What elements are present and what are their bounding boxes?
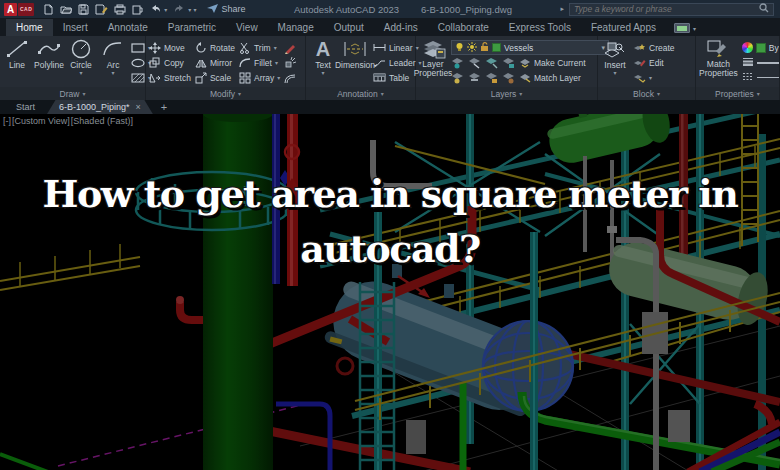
create-block-button[interactable]: Create — [633, 40, 675, 55]
arc-button[interactable]: Arc ▾ — [99, 38, 127, 87]
insert-caret-icon[interactable]: ▾ — [613, 71, 616, 75]
mirror-icon — [195, 57, 207, 69]
polyline-button[interactable]: Polyline — [35, 38, 63, 87]
layer-dropdown[interactable]: Vessels ▾ — [451, 40, 609, 55]
tab-start[interactable]: Start — [4, 100, 47, 114]
new-file-icon[interactable] — [43, 4, 54, 15]
panel-block-label[interactable]: Block ▾ — [598, 87, 695, 100]
match-layer-button[interactable]: Match Layer — [519, 70, 581, 85]
mirror-button[interactable]: Mirror — [195, 55, 235, 70]
panel-draw: Line Polyline Circle ▾ Arc ▾ ▾ — [0, 36, 146, 100]
visual-style-control[interactable]: [Shaded (Fast)] — [71, 116, 133, 126]
headline-line2: autocad? — [0, 221, 780, 276]
redo-icon[interactable] — [173, 4, 186, 14]
share-button[interactable]: Share — [207, 4, 245, 15]
insert-button[interactable]: Insert ▾ — [601, 38, 629, 87]
drawing-viewport[interactable]: [-] [Custom View] [Shaded (Fast)] How to… — [0, 114, 780, 470]
circle-button[interactable]: Circle ▾ — [67, 38, 95, 87]
layer-properties-button[interactable]: Layer Properties — [419, 38, 447, 87]
tab-output[interactable]: Output — [324, 19, 374, 36]
text-caret-icon[interactable]: ▾ — [321, 71, 324, 75]
fillet-button[interactable]: Fillet▾ — [239, 55, 280, 70]
block-attributes-icon — [633, 72, 646, 83]
tab-home[interactable]: Home — [6, 19, 53, 36]
arc-icon — [102, 39, 124, 59]
tab-manage[interactable]: Manage — [268, 19, 324, 36]
redo-caret-icon[interactable]: ▾ — [188, 6, 191, 13]
linetype-dropdown[interactable]: ByLayer — [742, 71, 780, 85]
tab-view[interactable]: View — [226, 19, 268, 36]
app-menu-button[interactable]: A CAD — [4, 3, 34, 16]
fillet-caret-icon: ▾ — [275, 59, 278, 66]
save-as-icon[interactable] — [95, 4, 108, 15]
circle-icon — [70, 39, 92, 59]
tab-parametric[interactable]: Parametric — [158, 19, 226, 36]
view-control[interactable]: [Custom View] — [12, 116, 70, 126]
layer-on-bulb-icon — [455, 42, 464, 54]
circle-caret-icon[interactable]: ▾ — [79, 71, 82, 75]
table-icon — [373, 73, 386, 82]
panel-layers-label[interactable]: Layers ▾ — [416, 87, 597, 100]
text-icon: A — [316, 39, 330, 59]
linear-button[interactable]: Linear▾ — [373, 40, 421, 55]
object-color-dropdown[interactable]: ByLayer ▾ — [742, 41, 780, 55]
ribbon-tab-bar: Home Insert Annotate Parametric View Man… — [0, 18, 780, 36]
arc-caret-icon[interactable]: ▾ — [111, 71, 114, 75]
layer-properties-icon — [420, 39, 446, 59]
erase-button[interactable] — [284, 40, 296, 55]
copy-button[interactable]: Copy — [149, 55, 191, 70]
trim-button[interactable]: Trim▾ — [239, 40, 280, 55]
search-expand-icon[interactable]: ▸ — [560, 5, 564, 13]
tab-add-ins[interactable]: Add-ins — [374, 19, 428, 36]
line-button[interactable]: Line — [3, 38, 31, 87]
layer-tool-icons-row2[interactable] — [451, 72, 515, 84]
panel-annotation-label[interactable]: Annotation ▾ — [306, 87, 415, 100]
color-wheel-icon — [742, 42, 753, 53]
array-button[interactable]: Array▾ — [239, 70, 280, 85]
dimension-button[interactable]: Dimension — [341, 38, 369, 87]
panel-draw-label[interactable]: Draw ▾ — [0, 87, 145, 100]
match-properties-button[interactable]: Match Properties — [699, 38, 738, 87]
leader-icon — [373, 58, 386, 67]
search-icon[interactable] — [759, 3, 769, 15]
undo-icon[interactable] — [149, 4, 162, 14]
qat-customize-icon[interactable]: ▾ — [193, 6, 196, 13]
open-file-icon[interactable] — [60, 4, 72, 15]
layers-panel-caret-icon: ▾ — [519, 90, 522, 97]
make-current-button[interactable]: Make Current — [519, 55, 586, 70]
print-icon[interactable] — [132, 4, 143, 15]
tab-express-tools[interactable]: Express Tools — [499, 19, 581, 36]
tab-featured-apps[interactable]: Featured Apps — [581, 19, 666, 36]
panel-properties-label[interactable]: Properties ▾ — [696, 87, 779, 100]
close-tab-icon[interactable]: × — [136, 102, 141, 112]
save-icon[interactable] — [78, 4, 89, 15]
array-caret-icon: ▾ — [277, 74, 280, 81]
undo-caret-icon[interactable]: ▾ — [164, 6, 167, 13]
tab-insert[interactable]: Insert — [53, 19, 98, 36]
make-current-row: Make Current — [451, 55, 609, 70]
move-button[interactable]: Move — [149, 40, 191, 55]
lineweight-dropdown[interactable]: ByLayer — [742, 56, 780, 70]
help-search-box[interactable] — [569, 3, 774, 16]
app-title: Autodesk AutoCAD 2023 — [294, 4, 399, 15]
layer-tool-icons-row1[interactable] — [451, 57, 515, 69]
panel-modify-label[interactable]: Modify ▾ — [146, 87, 305, 100]
explode-button[interactable] — [284, 55, 296, 70]
tab-drawing[interactable]: 6-B-1000_Piping* × — [47, 100, 153, 114]
text-button[interactable]: A Text ▾ — [309, 38, 337, 87]
edit-block-button[interactable]: Edit — [633, 55, 675, 70]
search-input[interactable] — [574, 4, 755, 14]
overlay-headline: How to get area in square meter in autoc… — [0, 166, 780, 276]
tab-annotate[interactable]: Annotate — [98, 19, 158, 36]
stretch-button[interactable]: Stretch — [149, 70, 191, 85]
scale-button[interactable]: Scale — [195, 70, 235, 85]
new-drawing-tab-button[interactable]: + — [153, 101, 175, 114]
viewport-menu-control[interactable]: [-] — [3, 116, 11, 126]
tab-collaborate[interactable]: Collaborate — [428, 19, 499, 36]
offset-button[interactable] — [284, 70, 296, 85]
ribbon-display-control[interactable]: ▾ — [674, 23, 696, 36]
viewport-controls: [-] [Custom View] [Shaded (Fast)] — [3, 116, 134, 126]
rotate-button[interactable]: Rotate — [195, 40, 235, 55]
block-attributes-button[interactable]: ▾ — [633, 70, 675, 85]
plot-icon[interactable] — [114, 4, 126, 15]
